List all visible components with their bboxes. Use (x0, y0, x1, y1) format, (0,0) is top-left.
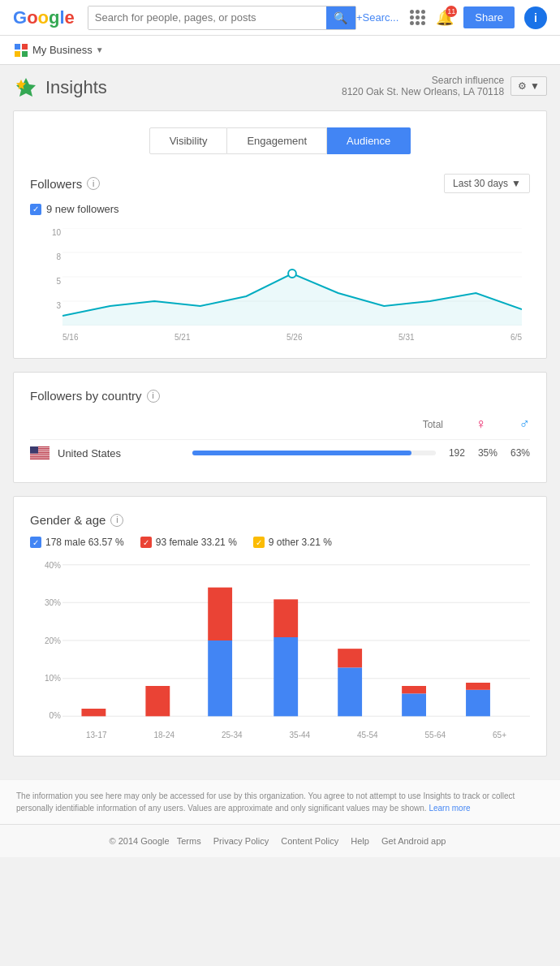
bar-chart-x-axis: 13-17 18-24 25-34 35-44 45-54 55-64 65+ (62, 731, 530, 740)
followers-country-card: Followers by country i Total ♀ ♂ (13, 372, 547, 483)
svg-rect-23 (30, 456, 50, 457)
avatar[interactable]: i (524, 6, 547, 29)
search-input[interactable] (88, 6, 326, 29)
chevron-down-icon: ▼ (96, 45, 104, 54)
female-label: 93 female 33.21 % (156, 537, 237, 548)
x-label-25-34: 25-34 (222, 731, 243, 740)
gear-icon: ⚙ (518, 80, 527, 92)
search-bar: 🔍 (88, 6, 356, 30)
country-female-pct: 35% (478, 447, 498, 459)
followers-legend: ✓ 9 new followers (30, 203, 530, 215)
bar-chart-svg (62, 561, 530, 720)
svg-rect-37 (274, 599, 298, 637)
tab-visibility[interactable]: Visibility (149, 127, 228, 154)
dropdown-arrow-icon: ▼ (511, 178, 521, 189)
other-checkbox[interactable]: ✓ (253, 537, 265, 548)
chart-y-axis: 10 8 5 3 (38, 228, 61, 326)
footer-link-android[interactable]: Get Android app (381, 836, 446, 846)
gender-title: Gender & age i (30, 513, 123, 527)
page-title-section: Insights (13, 75, 107, 101)
new-followers-label: 9 new followers (46, 203, 119, 215)
sub-header: My Business ▼ (0, 36, 560, 65)
share-button[interactable]: Share (463, 6, 515, 28)
apps-icon[interactable] (408, 9, 426, 27)
svg-rect-42 (466, 690, 490, 717)
svg-rect-26 (30, 446, 38, 454)
legend-other: ✓ 9 other 3.21 % (253, 537, 332, 548)
svg-rect-38 (338, 667, 362, 716)
country-title: Followers by country i (30, 389, 160, 403)
gender-info-icon[interactable]: i (110, 514, 123, 527)
insights-icon (13, 75, 39, 101)
footer-link-content[interactable]: Content Policy (281, 836, 338, 846)
svg-rect-32 (81, 709, 106, 716)
plus-search-link[interactable]: +Searc... (356, 11, 398, 24)
followers-info-icon[interactable]: i (87, 177, 100, 190)
my-business-dropdown[interactable]: My Business ▼ (13, 42, 104, 58)
svg-rect-24 (30, 458, 50, 459)
followers-chart: 10 8 5 3 5/16 5 (38, 228, 522, 342)
tab-audience[interactable]: Audience (327, 127, 411, 154)
y-label-30: 30% (45, 598, 61, 607)
male-checkbox[interactable]: ✓ (30, 537, 41, 548)
line-chart-svg (62, 228, 522, 326)
followers-title: Followers i (30, 177, 100, 191)
learn-more-link[interactable]: Learn more (429, 804, 470, 813)
bar-chart-y-axis: 40% 30% 20% 10% 0% (30, 561, 61, 720)
header-actions: +Searc... 🔔 11 Share i (356, 6, 547, 29)
subtitle-line1: Search influence (342, 75, 504, 86)
gender-age-card: Gender & age i ✓ 178 male 63.57 % ✓ 93 f… (13, 496, 547, 757)
x-label-65-plus: 65+ (493, 731, 506, 740)
followers-card: Visibility Engagement Audience Followers… (13, 110, 547, 359)
x-label-35-44: 35-44 (290, 731, 311, 740)
subtitle-line2: 8120 Oak St. New Orleans, LA 70118 (342, 86, 504, 97)
country-name-us: United States (58, 447, 179, 459)
audience-tabs: Visibility Engagement Audience (30, 127, 530, 154)
x-label-65: 6/5 (510, 333, 522, 342)
search-button[interactable]: 🔍 (326, 6, 355, 29)
x-label-13-17: 13-17 (86, 731, 107, 740)
country-male-pct: 63% (510, 447, 530, 459)
svg-marker-11 (62, 274, 522, 326)
footer-link-help[interactable]: Help (351, 836, 369, 846)
svg-rect-41 (402, 686, 426, 693)
legend-female: ✓ 93 female 33.21 % (140, 537, 237, 548)
followers-checkbox[interactable]: ✓ (30, 204, 41, 215)
x-label-45-54: 45-54 (357, 731, 378, 740)
y-label-40: 40% (45, 561, 61, 570)
settings-button[interactable]: ⚙ ▼ (510, 76, 547, 96)
footer-link-terms[interactable]: Terms (177, 836, 201, 846)
google-logo[interactable]: Google (13, 7, 75, 28)
gender-section-header: Gender & age i (30, 513, 530, 527)
svg-rect-39 (338, 649, 362, 667)
page-title: Insights (45, 77, 107, 98)
y-label-10: 10% (45, 674, 61, 683)
notifications-icon[interactable]: 🔔 11 (436, 9, 454, 27)
footer-link-privacy[interactable]: Privacy Policy (213, 836, 269, 846)
svg-rect-21 (30, 455, 50, 455)
us-flag-icon (30, 446, 50, 459)
y-label-3: 3 (56, 301, 61, 310)
page-subtitle: Search influence 8120 Oak St. New Orlean… (342, 75, 504, 97)
my-business-icon (13, 42, 29, 58)
country-total: 192 (449, 447, 465, 459)
country-table-header: Total ♀ ♂ (30, 412, 530, 439)
footer-note: The information you see here may only be… (0, 779, 560, 824)
tab-engagement[interactable]: Engagement (227, 127, 327, 154)
svg-rect-33 (145, 686, 170, 716)
female-gender-icon: ♀ (476, 416, 487, 433)
svg-rect-34 (208, 640, 232, 716)
y-label-0: 0% (50, 711, 61, 720)
other-label: 9 other 3.21 % (269, 537, 332, 548)
male-label: 178 male 63.57 % (45, 537, 124, 548)
svg-rect-1 (22, 44, 28, 50)
svg-rect-35 (208, 588, 232, 640)
y-label-8: 8 (56, 252, 61, 261)
date-range-dropdown[interactable]: Last 30 days ▼ (444, 174, 530, 193)
x-label-531: 5/31 (398, 333, 414, 342)
country-stats: 192 35% 63% (449, 447, 530, 459)
female-checkbox[interactable]: ✓ (140, 537, 152, 548)
main-header: Google 🔍 +Searc... 🔔 11 Share i (0, 0, 560, 36)
country-info-icon[interactable]: i (147, 390, 160, 403)
svg-rect-43 (466, 683, 490, 690)
